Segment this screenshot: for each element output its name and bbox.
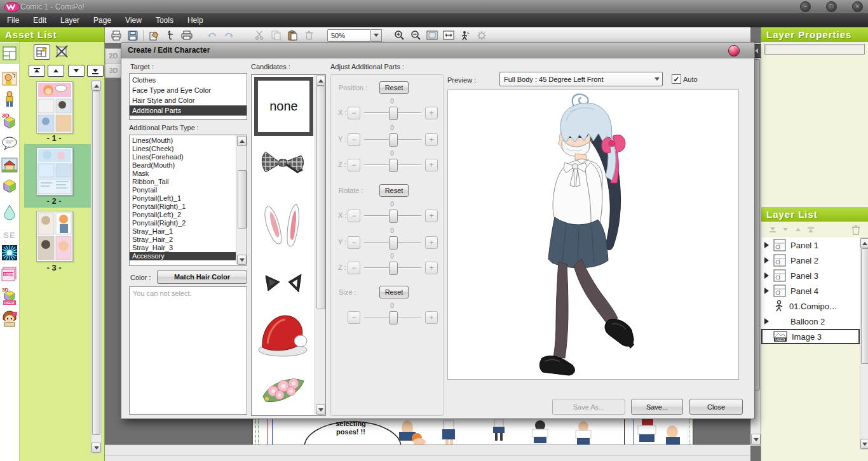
rotate-y-slider[interactable] (364, 236, 421, 248)
effect-burst-icon[interactable] (1, 244, 18, 262)
maximize-button[interactable]: □ (826, 1, 837, 12)
pose-tool-icon[interactable] (457, 29, 473, 43)
save-button[interactable]: Save... (631, 399, 683, 415)
minimize-button[interactable]: – (800, 1, 811, 12)
page-template-icon[interactable] (1, 44, 18, 62)
rotate-z-increase-button[interactable]: + (425, 262, 438, 274)
tab-3d[interactable]: 3D (105, 63, 122, 78)
asset-scrollbar-thumb[interactable] (92, 91, 100, 435)
character-icon[interactable] (1, 90, 18, 108)
position-y-slider[interactable] (364, 133, 421, 145)
layer-scrollbar-thumb[interactable] (861, 248, 868, 364)
parts-scroll-down-button[interactable] (237, 255, 247, 265)
zoom-level-input[interactable]: 50% (327, 29, 371, 42)
asset-scroll-up-button[interactable] (92, 81, 101, 91)
rotate-reset-button[interactable]: Reset (379, 184, 409, 197)
tab-2d[interactable]: 2D (105, 48, 122, 63)
character-scene-icon[interactable] (1, 70, 18, 88)
user-image-category-icon[interactable]: USER (1, 265, 18, 283)
print-icon[interactable] (179, 29, 195, 43)
position-y-increase-button[interactable]: + (425, 133, 438, 146)
layer-move-up-icon[interactable] (792, 224, 804, 236)
menu-file[interactable]: File (0, 14, 26, 27)
candidate-santa-hat[interactable] (252, 306, 315, 361)
size-decrease-button[interactable]: − (348, 311, 360, 324)
paste-icon[interactable] (284, 29, 301, 43)
move-page-down-button[interactable] (68, 65, 85, 77)
expand-arrow-icon[interactable] (764, 318, 769, 324)
menu-page[interactable]: Page (86, 14, 118, 27)
character-preview-box[interactable] (447, 90, 739, 380)
parts-type-item[interactable]: Ponytail(Left)_2 (130, 211, 236, 219)
print-page-icon[interactable] (108, 29, 125, 43)
settings-icon[interactable] (473, 29, 490, 43)
user-character-icon[interactable] (1, 310, 18, 328)
size-increase-button[interactable]: + (425, 311, 438, 324)
position-z-increase-button[interactable]: + (425, 159, 438, 171)
slider-thumb[interactable] (389, 262, 398, 275)
delete-page-button[interactable] (54, 44, 69, 58)
delete-icon[interactable] (301, 29, 317, 43)
position-x-increase-button[interactable]: + (425, 107, 438, 119)
layer-row-panel-1[interactable]: Panel 1 (761, 237, 860, 253)
rotate-z-decrease-button[interactable]: − (348, 262, 360, 274)
match-hair-color-button[interactable]: Match Hair Color (157, 270, 247, 284)
layer-list-scrollbar[interactable] (860, 237, 868, 450)
fit-page-icon[interactable] (424, 29, 440, 43)
close-dialog-button[interactable]: Close (689, 399, 743, 415)
position-x-decrease-button[interactable]: − (348, 107, 360, 119)
item-icon[interactable] (1, 177, 18, 194)
parts-type-item[interactable]: Ponytail (130, 186, 236, 194)
parts-type-scrollbar[interactable] (236, 135, 247, 264)
sound-effect-icon[interactable]: SE (1, 226, 18, 244)
parts-scrollbar-thumb[interactable] (238, 170, 247, 229)
undo-icon[interactable] (204, 29, 220, 43)
candidate-none-selected[interactable]: none (254, 77, 313, 136)
zoom-in-icon[interactable] (391, 29, 407, 43)
target-item-clothes[interactable]: Clothes (130, 75, 247, 85)
menu-layer[interactable]: Layer (53, 14, 86, 27)
user-3d-category-icon[interactable]: 3DUSER (1, 287, 18, 305)
close-button[interactable]: × (852, 1, 863, 12)
move-page-first-button[interactable] (29, 65, 45, 77)
layer-row-image-3-selected[interactable]: USER Image 3 (761, 329, 860, 344)
layer-move-down-icon[interactable] (779, 224, 792, 236)
3d-character-icon[interactable]: 3D (1, 112, 18, 130)
page-thumbnail-1[interactable] (36, 81, 73, 133)
canvas-scroll-down-button[interactable] (751, 434, 761, 445)
parts-type-item[interactable]: Stray_Hair_1 (130, 227, 236, 236)
parts-type-item[interactable]: Ponytail(Right)_2 (130, 219, 236, 227)
fit-width-icon[interactable] (440, 29, 457, 43)
slider-thumb[interactable] (389, 133, 398, 147)
candidate-plaid-ribbon[interactable] (252, 142, 315, 186)
balloon-icon[interactable] (1, 135, 18, 152)
layer-row-panel-3[interactable]: Panel 3 (761, 268, 860, 284)
candidates-scroll-up-button[interactable] (316, 76, 325, 86)
expand-arrow-icon[interactable] (764, 272, 769, 279)
size-reset-button[interactable]: Reset (379, 286, 409, 298)
rotate-y-decrease-button[interactable]: − (348, 236, 360, 249)
comic-page-strip[interactable]: selecting poses! !! (253, 419, 693, 444)
layer-scroll-down-button[interactable] (860, 439, 868, 449)
candidate-rabbit-ears[interactable] (252, 199, 315, 257)
export-image-icon[interactable] (146, 29, 162, 43)
zoom-out-icon[interactable] (407, 29, 424, 43)
layer-row-panel-2[interactable]: Panel 2 (761, 253, 860, 269)
parts-type-item[interactable]: Ponytail(Left)_1 (130, 194, 236, 203)
layer-delete-icon[interactable] (850, 224, 862, 236)
rotate-x-decrease-button[interactable]: − (348, 210, 360, 222)
layer-move-top-icon[interactable] (804, 224, 817, 236)
move-page-last-button[interactable] (87, 65, 104, 77)
position-z-decrease-button[interactable]: − (348, 159, 360, 171)
parts-type-item[interactable]: Stray_Hair_2 (130, 236, 236, 244)
layer-move-bottom-icon[interactable] (766, 224, 779, 236)
zoom-level-dropdown[interactable] (371, 29, 382, 42)
menu-tools[interactable]: Tools (149, 14, 180, 27)
dialog-titlebar[interactable]: Create / Edit Character (121, 43, 754, 58)
layer-row-character[interactable]: 01.Comipo… (761, 298, 860, 314)
slider-thumb[interactable] (389, 311, 398, 324)
parts-type-item[interactable]: Ribbon_Tail (130, 178, 236, 186)
rotate-z-slider[interactable] (364, 262, 421, 274)
candidate-flower-garland[interactable] (252, 368, 315, 409)
add-page-button[interactable] (34, 44, 50, 60)
